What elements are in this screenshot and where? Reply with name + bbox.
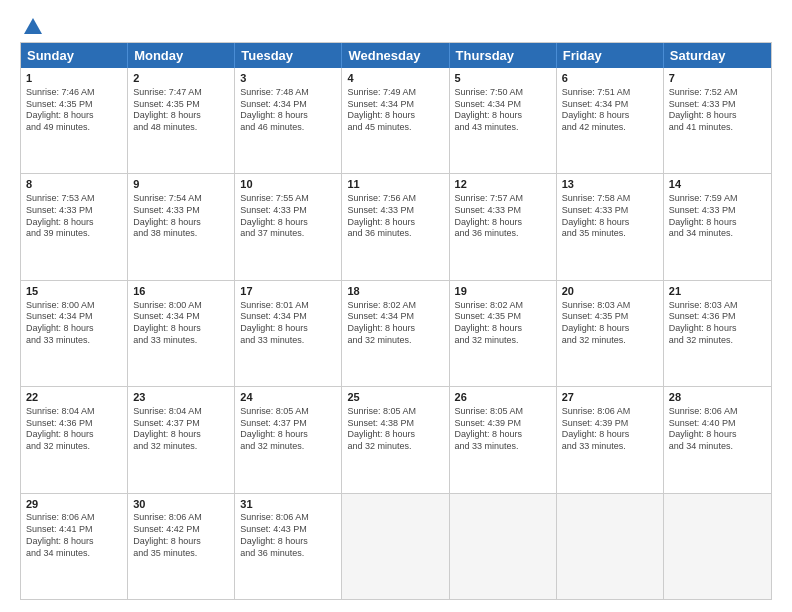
header-day-wednesday: Wednesday xyxy=(342,43,449,68)
calendar-cell-29: 29Sunrise: 8:06 AM Sunset: 4:41 PM Dayli… xyxy=(21,494,128,599)
calendar-cell-15: 15Sunrise: 8:00 AM Sunset: 4:34 PM Dayli… xyxy=(21,281,128,386)
calendar-cell-19: 19Sunrise: 8:02 AM Sunset: 4:35 PM Dayli… xyxy=(450,281,557,386)
cell-info: Sunrise: 7:55 AM Sunset: 4:33 PM Dayligh… xyxy=(240,193,336,240)
cell-info: Sunrise: 8:05 AM Sunset: 4:39 PM Dayligh… xyxy=(455,406,551,453)
day-number: 24 xyxy=(240,390,336,405)
header-day-thursday: Thursday xyxy=(450,43,557,68)
logo-icon xyxy=(22,16,44,38)
cell-info: Sunrise: 8:03 AM Sunset: 4:36 PM Dayligh… xyxy=(669,300,766,347)
day-number: 27 xyxy=(562,390,658,405)
day-number: 22 xyxy=(26,390,122,405)
calendar-cell-9: 9Sunrise: 7:54 AM Sunset: 4:33 PM Daylig… xyxy=(128,174,235,279)
cell-info: Sunrise: 7:52 AM Sunset: 4:33 PM Dayligh… xyxy=(669,87,766,134)
cell-info: Sunrise: 7:46 AM Sunset: 4:35 PM Dayligh… xyxy=(26,87,122,134)
day-number: 16 xyxy=(133,284,229,299)
calendar-cell-23: 23Sunrise: 8:04 AM Sunset: 4:37 PM Dayli… xyxy=(128,387,235,492)
calendar-row-5: 29Sunrise: 8:06 AM Sunset: 4:41 PM Dayli… xyxy=(21,493,771,599)
cell-info: Sunrise: 8:03 AM Sunset: 4:35 PM Dayligh… xyxy=(562,300,658,347)
cell-info: Sunrise: 8:06 AM Sunset: 4:43 PM Dayligh… xyxy=(240,512,336,559)
day-number: 2 xyxy=(133,71,229,86)
calendar-cell-16: 16Sunrise: 8:00 AM Sunset: 4:34 PM Dayli… xyxy=(128,281,235,386)
day-number: 30 xyxy=(133,497,229,512)
cell-info: Sunrise: 8:04 AM Sunset: 4:36 PM Dayligh… xyxy=(26,406,122,453)
calendar-cell-21: 21Sunrise: 8:03 AM Sunset: 4:36 PM Dayli… xyxy=(664,281,771,386)
day-number: 17 xyxy=(240,284,336,299)
day-number: 19 xyxy=(455,284,551,299)
cell-info: Sunrise: 8:01 AM Sunset: 4:34 PM Dayligh… xyxy=(240,300,336,347)
calendar-cell-6: 6Sunrise: 7:51 AM Sunset: 4:34 PM Daylig… xyxy=(557,68,664,173)
calendar-cell-empty xyxy=(664,494,771,599)
cell-info: Sunrise: 8:05 AM Sunset: 4:37 PM Dayligh… xyxy=(240,406,336,453)
day-number: 5 xyxy=(455,71,551,86)
day-number: 6 xyxy=(562,71,658,86)
calendar-cell-empty xyxy=(557,494,664,599)
cell-info: Sunrise: 7:57 AM Sunset: 4:33 PM Dayligh… xyxy=(455,193,551,240)
cell-info: Sunrise: 8:00 AM Sunset: 4:34 PM Dayligh… xyxy=(26,300,122,347)
calendar-cell-26: 26Sunrise: 8:05 AM Sunset: 4:39 PM Dayli… xyxy=(450,387,557,492)
day-number: 21 xyxy=(669,284,766,299)
cell-info: Sunrise: 7:49 AM Sunset: 4:34 PM Dayligh… xyxy=(347,87,443,134)
calendar-cell-22: 22Sunrise: 8:04 AM Sunset: 4:36 PM Dayli… xyxy=(21,387,128,492)
calendar-cell-30: 30Sunrise: 8:06 AM Sunset: 4:42 PM Dayli… xyxy=(128,494,235,599)
day-number: 31 xyxy=(240,497,336,512)
cell-info: Sunrise: 8:02 AM Sunset: 4:34 PM Dayligh… xyxy=(347,300,443,347)
cell-info: Sunrise: 8:02 AM Sunset: 4:35 PM Dayligh… xyxy=(455,300,551,347)
day-number: 7 xyxy=(669,71,766,86)
calendar-row-1: 1Sunrise: 7:46 AM Sunset: 4:35 PM Daylig… xyxy=(21,68,771,173)
header-day-tuesday: Tuesday xyxy=(235,43,342,68)
day-number: 12 xyxy=(455,177,551,192)
header-day-sunday: Sunday xyxy=(21,43,128,68)
cell-info: Sunrise: 7:59 AM Sunset: 4:33 PM Dayligh… xyxy=(669,193,766,240)
cell-info: Sunrise: 8:06 AM Sunset: 4:42 PM Dayligh… xyxy=(133,512,229,559)
day-number: 18 xyxy=(347,284,443,299)
logo xyxy=(20,16,44,34)
day-number: 20 xyxy=(562,284,658,299)
header-day-saturday: Saturday xyxy=(664,43,771,68)
day-number: 4 xyxy=(347,71,443,86)
cell-info: Sunrise: 7:54 AM Sunset: 4:33 PM Dayligh… xyxy=(133,193,229,240)
calendar-cell-8: 8Sunrise: 7:53 AM Sunset: 4:33 PM Daylig… xyxy=(21,174,128,279)
cell-info: Sunrise: 8:05 AM Sunset: 4:38 PM Dayligh… xyxy=(347,406,443,453)
calendar-cell-31: 31Sunrise: 8:06 AM Sunset: 4:43 PM Dayli… xyxy=(235,494,342,599)
cell-info: Sunrise: 7:53 AM Sunset: 4:33 PM Dayligh… xyxy=(26,193,122,240)
calendar-cell-28: 28Sunrise: 8:06 AM Sunset: 4:40 PM Dayli… xyxy=(664,387,771,492)
day-number: 25 xyxy=(347,390,443,405)
cell-info: Sunrise: 8:04 AM Sunset: 4:37 PM Dayligh… xyxy=(133,406,229,453)
calendar-cell-3: 3Sunrise: 7:48 AM Sunset: 4:34 PM Daylig… xyxy=(235,68,342,173)
calendar-cell-17: 17Sunrise: 8:01 AM Sunset: 4:34 PM Dayli… xyxy=(235,281,342,386)
day-number: 28 xyxy=(669,390,766,405)
header-day-monday: Monday xyxy=(128,43,235,68)
day-number: 15 xyxy=(26,284,122,299)
day-number: 1 xyxy=(26,71,122,86)
calendar: SundayMondayTuesdayWednesdayThursdayFrid… xyxy=(20,42,772,600)
cell-info: Sunrise: 7:58 AM Sunset: 4:33 PM Dayligh… xyxy=(562,193,658,240)
calendar-cell-2: 2Sunrise: 7:47 AM Sunset: 4:35 PM Daylig… xyxy=(128,68,235,173)
calendar-cell-13: 13Sunrise: 7:58 AM Sunset: 4:33 PM Dayli… xyxy=(557,174,664,279)
day-number: 13 xyxy=(562,177,658,192)
cell-info: Sunrise: 8:06 AM Sunset: 4:39 PM Dayligh… xyxy=(562,406,658,453)
calendar-cell-25: 25Sunrise: 8:05 AM Sunset: 4:38 PM Dayli… xyxy=(342,387,449,492)
day-number: 9 xyxy=(133,177,229,192)
calendar-row-4: 22Sunrise: 8:04 AM Sunset: 4:36 PM Dayli… xyxy=(21,386,771,492)
calendar-cell-empty xyxy=(450,494,557,599)
day-number: 3 xyxy=(240,71,336,86)
calendar-header: SundayMondayTuesdayWednesdayThursdayFrid… xyxy=(21,43,771,68)
header xyxy=(20,16,772,34)
calendar-row-2: 8Sunrise: 7:53 AM Sunset: 4:33 PM Daylig… xyxy=(21,173,771,279)
cell-info: Sunrise: 8:00 AM Sunset: 4:34 PM Dayligh… xyxy=(133,300,229,347)
calendar-cell-11: 11Sunrise: 7:56 AM Sunset: 4:33 PM Dayli… xyxy=(342,174,449,279)
calendar-cell-27: 27Sunrise: 8:06 AM Sunset: 4:39 PM Dayli… xyxy=(557,387,664,492)
calendar-cell-4: 4Sunrise: 7:49 AM Sunset: 4:34 PM Daylig… xyxy=(342,68,449,173)
calendar-cell-24: 24Sunrise: 8:05 AM Sunset: 4:37 PM Dayli… xyxy=(235,387,342,492)
calendar-cell-empty xyxy=(342,494,449,599)
cell-info: Sunrise: 8:06 AM Sunset: 4:40 PM Dayligh… xyxy=(669,406,766,453)
calendar-cell-5: 5Sunrise: 7:50 AM Sunset: 4:34 PM Daylig… xyxy=(450,68,557,173)
calendar-cell-1: 1Sunrise: 7:46 AM Sunset: 4:35 PM Daylig… xyxy=(21,68,128,173)
day-number: 14 xyxy=(669,177,766,192)
cell-info: Sunrise: 7:51 AM Sunset: 4:34 PM Dayligh… xyxy=(562,87,658,134)
cell-info: Sunrise: 7:48 AM Sunset: 4:34 PM Dayligh… xyxy=(240,87,336,134)
calendar-cell-7: 7Sunrise: 7:52 AM Sunset: 4:33 PM Daylig… xyxy=(664,68,771,173)
calendar-cell-14: 14Sunrise: 7:59 AM Sunset: 4:33 PM Dayli… xyxy=(664,174,771,279)
day-number: 23 xyxy=(133,390,229,405)
cell-info: Sunrise: 7:56 AM Sunset: 4:33 PM Dayligh… xyxy=(347,193,443,240)
